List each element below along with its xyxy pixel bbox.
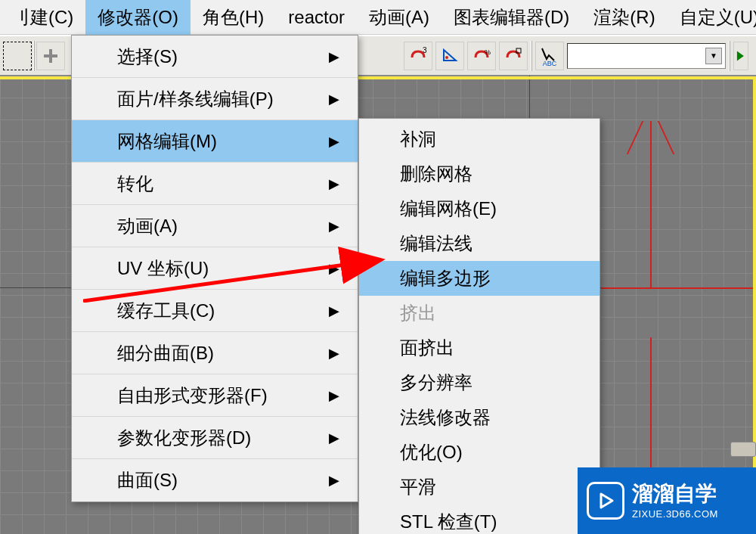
submenu-arrow-icon: ▶: [329, 430, 339, 446]
svg-rect-1: [49, 49, 52, 63]
angle-snap-icon[interactable]: [435, 42, 464, 70]
submenu-arrow-icon: ▶: [329, 218, 339, 234]
menu-item-subdivision[interactable]: 细分曲面(B) ▶: [72, 332, 358, 374]
submenu-arrow-icon: ▶: [329, 48, 339, 65]
submenu-arrow-icon: ▶: [329, 133, 339, 150]
submenu-face-extrude[interactable]: 面挤出: [359, 331, 600, 365]
scroll-handle[interactable]: [730, 442, 756, 457]
svg-text:%: %: [485, 48, 491, 56]
toolbar-divider: [729, 41, 730, 71]
submenu-stl-check[interactable]: STL 检查(T): [359, 505, 600, 534]
toolbar-button-partial[interactable]: [733, 42, 748, 70]
toolbar-divider: [33, 41, 35, 71]
submenu-edit-mesh[interactable]: 编辑网格(E): [359, 191, 600, 226]
submenu-extrude: 挤出: [359, 296, 600, 331]
menu-item-patch-spline[interactable]: 面片/样条线编辑(P) ▶: [72, 78, 358, 120]
submenu-optimize[interactable]: 优化(O): [359, 435, 600, 470]
submenu-delete-mesh[interactable]: 删除网格: [359, 157, 600, 191]
play-icon: [587, 482, 624, 520]
dropdown-arrow-icon[interactable]: ▼: [705, 48, 722, 64]
menu-item-label: 网格编辑(M): [117, 129, 217, 154]
menu-animation[interactable]: 动画(A): [357, 0, 442, 36]
viewport-active-border: [753, 76, 756, 534]
shape-line: [650, 337, 652, 467]
submenu-arrow-icon: ▶: [329, 345, 339, 362]
menu-item-label: 曲面(S): [117, 468, 178, 492]
watermark-title: 溜溜自学: [632, 480, 718, 508]
spinner-snap-icon[interactable]: [499, 42, 528, 70]
menu-item-selection[interactable]: 选择(S) ▶: [72, 36, 358, 78]
submenu-arrow-icon: ▶: [329, 260, 339, 277]
submenu-multires[interactable]: 多分辨率: [359, 365, 600, 400]
svg-marker-7: [737, 51, 744, 61]
toolbar-divider: [531, 41, 532, 71]
named-selection-icon[interactable]: ABC: [535, 42, 564, 70]
submenu-arrow-icon: ▶: [329, 175, 339, 192]
submenu-normal-modifier[interactable]: 法线修改器: [359, 400, 600, 435]
menu-graph-editors[interactable]: 图表编辑器(D): [442, 0, 581, 36]
menu-item-label: 转化: [117, 172, 153, 196]
menu-modifiers[interactable]: 修改器(O): [85, 0, 191, 36]
shape-line: [601, 287, 756, 289]
menu-customize[interactable]: 自定义(U): [668, 0, 756, 36]
menu-item-label: 面片/样条线编辑(P): [117, 87, 274, 111]
menu-item-conversion[interactable]: 转化 ▶: [72, 163, 358, 205]
submenu-arrow-icon: ▶: [329, 91, 339, 107]
menu-create[interactable]: 刂建(C): [0, 0, 85, 36]
toolbar-button[interactable]: [36, 42, 65, 70]
selection-region-icon[interactable]: [3, 42, 32, 70]
menu-item-cache-tools[interactable]: 缓存工具(C) ▶: [72, 290, 358, 332]
menu-item-label: 自由形式变形器(F): [117, 383, 268, 408]
menu-character[interactable]: 角色(H): [191, 0, 276, 36]
menu-item-label: 动画(A): [117, 214, 178, 238]
menu-item-uv-coords[interactable]: UV 坐标(U) ▶: [72, 247, 358, 290]
menu-rendering[interactable]: 渲染(R): [581, 0, 667, 36]
modifiers-menu: 选择(S) ▶ 面片/样条线编辑(P) ▶ 网格编辑(M) ▶ 转化 ▶ 动画(…: [71, 35, 358, 502]
menu-item-label: 选择(S): [117, 45, 178, 69]
submenu-arrow-icon: ▶: [329, 387, 339, 404]
menu-item-label: UV 坐标(U): [117, 256, 209, 281]
menu-item-surface[interactable]: 曲面(S) ▶: [72, 459, 358, 501]
watermark: 溜溜自学 ZIXUE.3D66.COM: [578, 467, 756, 534]
menubar: 刂建(C) 修改器(O) 角色(H) reactor 动画(A) 图表编辑器(D…: [0, 0, 756, 35]
submenu-arrow-icon: ▶: [329, 303, 339, 319]
snap-toggle-icon[interactable]: 3: [404, 42, 432, 70]
submenu-edit-normals[interactable]: 编辑法线: [359, 226, 600, 261]
menu-item-animation[interactable]: 动画(A) ▶: [72, 205, 358, 247]
mesh-editing-submenu: 补洞 删除网格 编辑网格(E) 编辑法线 编辑多边形 挤出 面挤出 多分辨率 法…: [358, 118, 600, 534]
menu-item-label: 细分曲面(B): [117, 341, 214, 365]
submenu-arrow-icon: ▶: [329, 472, 339, 489]
shape-line: [650, 121, 652, 287]
named-selection-dropdown[interactable]: ▼: [567, 43, 726, 69]
submenu-smooth[interactable]: 平滑: [359, 470, 600, 505]
submenu-edit-poly[interactable]: 编辑多边形: [359, 261, 600, 296]
svg-marker-10: [601, 494, 612, 508]
menu-item-label: 参数化变形器(D): [117, 426, 251, 450]
svg-point-3: [445, 56, 448, 59]
menu-item-parametric[interactable]: 参数化变形器(D) ▶: [72, 417, 358, 459]
svg-text:3: 3: [423, 46, 427, 54]
submenu-cap-holes[interactable]: 补洞: [359, 122, 600, 157]
menu-item-label: 缓存工具(C): [117, 299, 215, 323]
menu-item-mesh-editing[interactable]: 网格编辑(M) ▶: [72, 120, 358, 163]
menu-item-freeform[interactable]: 自由形式变形器(F) ▶: [72, 374, 358, 417]
percent-snap-icon[interactable]: %: [467, 42, 496, 70]
watermark-url: ZIXUE.3D66.COM: [632, 508, 718, 521]
menu-reactor[interactable]: reactor: [276, 1, 357, 34]
abc-label: ABC: [543, 60, 557, 67]
